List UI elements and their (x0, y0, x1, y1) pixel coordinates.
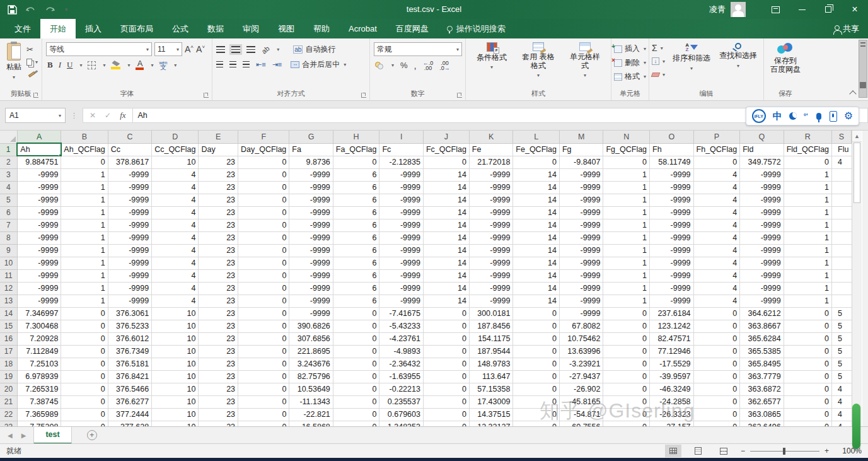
cell-F15[interactable]: 0 (238, 320, 289, 332)
column-header-F[interactable]: F (238, 131, 289, 143)
cell-S12[interactable] (832, 282, 852, 295)
cell-S10[interactable] (832, 257, 852, 269)
row-header-7[interactable]: 7 (0, 219, 17, 231)
cell-F1[interactable]: Day_QCFlag (238, 143, 289, 156)
cell-H5[interactable]: 6 (333, 194, 379, 206)
page-break-view-button[interactable] (715, 445, 732, 457)
cell-F16[interactable]: 0 (238, 332, 289, 345)
number-format-select[interactable]: 常规▾ (374, 42, 462, 56)
font-color-button[interactable]: A (136, 60, 144, 70)
cell-N15[interactable]: 0 (603, 320, 650, 332)
ifly-input-toolbar[interactable]: iFLY 中 °' ⚙ (746, 107, 859, 125)
cell-O16[interactable]: 82.47571 (650, 332, 694, 345)
cell-H7[interactable]: 6 (333, 219, 379, 231)
cell-D18[interactable]: 10 (152, 358, 199, 370)
cell-J21[interactable]: 0 (423, 395, 469, 408)
formula-bar-grip[interactable]: ⋮ (71, 112, 78, 120)
scroll-up-icon[interactable]: ▲ (852, 131, 862, 142)
cell-E14[interactable]: 23 (199, 307, 238, 320)
cell-L16[interactable]: 0 (513, 332, 560, 345)
cell-J13[interactable]: 14 (423, 295, 469, 307)
cell-E17[interactable]: 23 (199, 345, 238, 358)
cell-M21[interactable]: -45.8165 (559, 395, 603, 408)
row-header-18[interactable]: 18 (0, 358, 17, 370)
cut-button[interactable]: ✂ (26, 44, 38, 54)
cell-L3[interactable]: 14 (513, 168, 560, 181)
next-sheet-icon[interactable]: ▶ (21, 432, 26, 439)
cell-L8[interactable]: 14 (513, 231, 560, 244)
cell-H1[interactable]: Fa_QCFlag (333, 143, 379, 156)
cell-N18[interactable]: 0 (603, 358, 650, 370)
cell-G22[interactable]: -22.821 (289, 408, 333, 421)
cell-J23[interactable]: 0 (423, 421, 469, 426)
orientation-icon[interactable]: ab (260, 44, 271, 55)
cell-F13[interactable]: 0 (238, 295, 289, 307)
cell-M2[interactable]: -9.8407 (559, 156, 603, 168)
cell-P15[interactable]: 0 (693, 320, 740, 332)
save-to-baidu-button[interactable]: 保存到百度网盘 (767, 40, 804, 76)
cell-I20[interactable]: -0.22213 (379, 383, 424, 395)
cell-Q2[interactable]: 349.7572 (740, 156, 784, 168)
cell-P19[interactable]: 0 (693, 370, 740, 383)
align-top-icon[interactable] (216, 46, 225, 53)
cell-L2[interactable]: 0 (513, 156, 560, 168)
gear-icon[interactable]: ⚙ (844, 111, 853, 121)
cell-G9[interactable]: -9999 (289, 244, 333, 257)
cell-E16[interactable]: 23 (199, 332, 238, 345)
cell-H11[interactable]: 6 (333, 269, 379, 282)
docked-side-toolbar[interactable] (859, 40, 867, 98)
vertical-scroll-thumb[interactable] (854, 143, 860, 203)
row-header-1[interactable]: 1 (0, 143, 17, 156)
fill-button[interactable]: ↓▾ (652, 56, 665, 66)
language-mode-icon[interactable]: 中 (773, 110, 782, 122)
ifly-logo-icon[interactable]: iFLY (752, 109, 766, 123)
moon-icon[interactable] (789, 112, 797, 120)
punctuation-icon[interactable]: °' (804, 112, 808, 120)
cell-L9[interactable]: 14 (513, 244, 560, 257)
cell-L6[interactable]: 14 (513, 206, 560, 219)
increase-indent-icon[interactable]: ⇥≡ (272, 61, 282, 69)
cell-O7[interactable]: -9999 (650, 219, 694, 231)
cell-L18[interactable]: 0 (513, 358, 560, 370)
ribbon-tab-5[interactable]: 数据 (198, 19, 233, 38)
cell-M17[interactable]: 13.63996 (559, 345, 603, 358)
font-dialog-launcher[interactable] (204, 93, 209, 98)
cell-D15[interactable]: 10 (152, 320, 199, 332)
cell-I1[interactable]: Fc (379, 143, 424, 156)
cell-D19[interactable]: 10 (152, 370, 199, 383)
cell-R12[interactable]: 1 (784, 282, 831, 295)
cell-J14[interactable]: 0 (423, 307, 469, 320)
column-header-K[interactable]: K (469, 131, 513, 143)
cell-B2[interactable]: 0 (61, 156, 108, 168)
cell-J17[interactable]: 0 (423, 345, 469, 358)
cell-Q16[interactable]: 365.6284 (740, 332, 784, 345)
ribbon-display-options-button[interactable] (762, 0, 789, 19)
row-header-21[interactable]: 21 (0, 395, 17, 408)
cell-S16[interactable]: 5 (832, 332, 852, 345)
cell-L4[interactable]: 14 (513, 181, 560, 194)
cell-D2[interactable]: 10 (152, 156, 199, 168)
cell-J11[interactable]: 14 (423, 269, 469, 282)
cell-H8[interactable]: 6 (333, 231, 379, 244)
cell-N16[interactable]: 0 (603, 332, 650, 345)
row-header-10[interactable]: 10 (0, 257, 17, 269)
decrease-font-icon[interactable]: A˅ (196, 44, 205, 54)
cell-G3[interactable]: -9999 (289, 168, 333, 181)
cell-R16[interactable]: 0 (784, 332, 831, 345)
cell-K8[interactable]: -9999 (469, 231, 513, 244)
cell-R18[interactable]: 0 (784, 358, 831, 370)
cell-F11[interactable]: 0 (238, 269, 289, 282)
cell-H3[interactable]: 6 (333, 168, 379, 181)
cell-E18[interactable]: 23 (199, 358, 238, 370)
cell-O9[interactable]: -9999 (650, 244, 694, 257)
cell-I18[interactable]: -2.36432 (379, 358, 424, 370)
new-sheet-button[interactable]: + (87, 430, 97, 440)
cell-I21[interactable]: 0.235537 (379, 395, 424, 408)
cell-H4[interactable]: 6 (333, 181, 379, 194)
cell-I11[interactable]: -9999 (379, 269, 424, 282)
cell-I8[interactable]: -9999 (379, 231, 424, 244)
cell-R10[interactable]: 1 (784, 257, 831, 269)
cell-E5[interactable]: 23 (199, 194, 238, 206)
cell-H21[interactable]: 0 (333, 395, 379, 408)
increase-font-icon[interactable]: A˄ (185, 44, 194, 54)
